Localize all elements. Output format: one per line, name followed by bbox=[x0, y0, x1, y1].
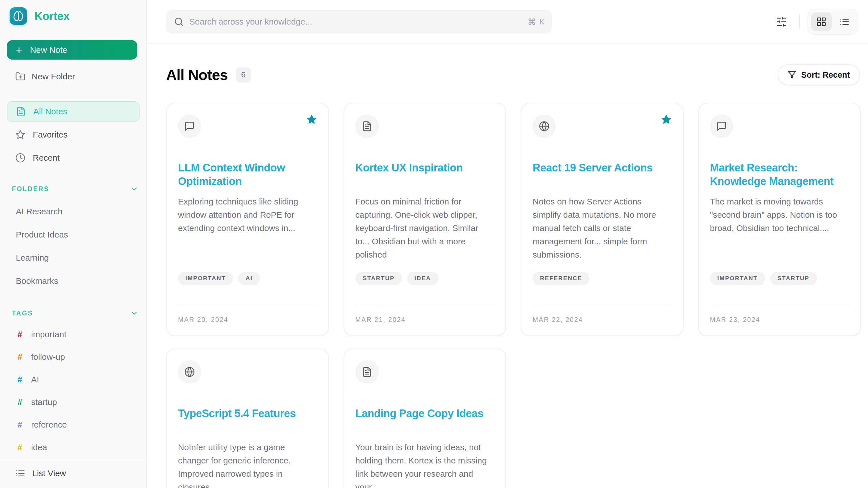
top-header: ⌘ K bbox=[147, 0, 868, 44]
note-title[interactable]: Market Research: Knowledge Management bbox=[710, 161, 849, 188]
sidebar-tag-item[interactable]: # follow-up bbox=[7, 346, 140, 368]
chat-bubble-icon bbox=[716, 121, 727, 132]
funnel-icon bbox=[788, 71, 796, 79]
notes-count-badge: 6 bbox=[236, 67, 251, 83]
globe-icon bbox=[539, 121, 550, 132]
hash-icon: # bbox=[18, 375, 24, 384]
note-title[interactable]: LLM Context Window Optimization bbox=[178, 161, 317, 188]
chat-bubble-icon bbox=[184, 121, 195, 132]
sidebar-item-recent[interactable]: Recent bbox=[7, 148, 140, 168]
file-text-icon bbox=[16, 106, 26, 117]
star-icon bbox=[15, 130, 25, 140]
sort-label: Sort: Recent bbox=[801, 70, 850, 79]
note-tag-pill[interactable]: IMPORTANT bbox=[710, 272, 765, 285]
note-tags-row: REFERENCE bbox=[533, 272, 672, 285]
sidebar-folder-item[interactable]: Product Ideas bbox=[7, 223, 140, 246]
sidebar-item-all-notes[interactable]: All Notes bbox=[7, 101, 140, 122]
sidebar-tag-item[interactable]: # AI bbox=[7, 368, 140, 391]
sidebar-folder-item[interactable]: Bookmarks bbox=[7, 269, 140, 293]
note-card[interactable]: React 19 Server Actions Notes on how Ser… bbox=[521, 103, 683, 336]
sidebar-item-label: All Notes bbox=[33, 107, 67, 116]
grid-icon bbox=[816, 17, 827, 27]
clock-icon bbox=[15, 153, 25, 163]
sidebar-item-label: Favorites bbox=[33, 130, 67, 139]
note-title[interactable]: Kortex UX Inspiration bbox=[355, 161, 494, 188]
list-view-label: List View bbox=[32, 468, 66, 478]
grid-view-button[interactable] bbox=[811, 12, 832, 31]
sidebar-item-favorites[interactable]: Favorites bbox=[7, 124, 140, 145]
sidebar-folder-item[interactable]: AI Research bbox=[7, 200, 140, 223]
note-tag-pill[interactable]: IMPORTANT bbox=[178, 272, 233, 285]
note-date: MAR 22, 2024 bbox=[533, 316, 672, 324]
note-date: MAR 20, 2024 bbox=[178, 316, 317, 324]
new-folder-button[interactable]: New Folder bbox=[7, 68, 140, 85]
sort-button[interactable]: Sort: Recent bbox=[778, 64, 860, 85]
note-tags-row: IMPORTANT STARTUP bbox=[710, 272, 849, 285]
note-tags-row: STARTUP IDEA bbox=[355, 272, 494, 285]
note-card[interactable]: Market Research: Knowledge Management Th… bbox=[698, 103, 861, 336]
plus-icon: + bbox=[16, 44, 22, 55]
document-icon bbox=[362, 366, 372, 377]
folders-list: AI Research Product Ideas Learning Bookm… bbox=[0, 200, 146, 293]
card-divider bbox=[355, 305, 494, 305]
note-title[interactable]: Landing Page Copy Ideas bbox=[355, 407, 494, 434]
app-logo: Kortex bbox=[0, 0, 146, 25]
sidebar-tag-item[interactable]: # startup bbox=[7, 391, 140, 414]
tags-header-label: TAGS bbox=[12, 310, 33, 317]
folder-label: AI Research bbox=[16, 207, 62, 216]
hash-icon: # bbox=[18, 330, 24, 339]
page-title: All Notes bbox=[166, 66, 228, 83]
sidebar-folder-item[interactable]: Learning bbox=[7, 246, 140, 269]
list-icon bbox=[15, 468, 25, 478]
note-card[interactable]: Landing Page Copy Ideas Your brain is fo… bbox=[344, 349, 506, 488]
hash-icon: # bbox=[18, 420, 24, 429]
note-tag-pill[interactable]: AI bbox=[238, 272, 260, 285]
card-divider bbox=[533, 305, 672, 305]
note-tag-pill[interactable]: STARTUP bbox=[355, 272, 402, 285]
sidebar-tag-item[interactable]: # important bbox=[7, 323, 140, 346]
list-view-toggle-button[interactable] bbox=[834, 12, 855, 31]
note-type-icon-circle bbox=[710, 115, 733, 138]
new-note-button[interactable]: + New Note bbox=[7, 40, 137, 60]
note-excerpt: Your brain is for having ideas, not hold… bbox=[355, 441, 494, 488]
note-title[interactable]: TypeScript 5.4 Features bbox=[178, 407, 317, 434]
folders-header-label: FOLDERS bbox=[12, 185, 49, 193]
note-card[interactable]: TypeScript 5.4 Features NoInfer utility … bbox=[166, 349, 329, 488]
app-title: Kortex bbox=[34, 10, 69, 23]
notes-content: All Notes 6 Sort: Recent LLM Context bbox=[147, 44, 868, 488]
sidebar-nav: All Notes Favorites Recent bbox=[0, 101, 146, 168]
sidebar-tag-item[interactable]: # reference bbox=[7, 414, 140, 436]
note-card[interactable]: LLM Context Window Optimization Explorin… bbox=[166, 103, 329, 336]
document-icon bbox=[362, 121, 372, 132]
filter-sliders-button[interactable] bbox=[772, 12, 791, 31]
header-controls bbox=[772, 9, 858, 35]
sidebar-tag-item[interactable]: # idea bbox=[7, 436, 140, 459]
note-title[interactable]: React 19 Server Actions bbox=[533, 161, 672, 188]
notes-grid: LLM Context Window Optimization Explorin… bbox=[166, 103, 861, 488]
search-icon bbox=[174, 17, 184, 27]
content-header: All Notes 6 Sort: Recent bbox=[166, 64, 861, 85]
hash-icon: # bbox=[18, 443, 24, 452]
folders-section-header[interactable]: FOLDERS bbox=[7, 185, 138, 193]
list-view-button[interactable]: List View bbox=[7, 465, 140, 482]
chevron-down-icon bbox=[130, 309, 138, 318]
command-key-icon: ⌘ bbox=[528, 17, 536, 27]
search-input[interactable] bbox=[189, 17, 522, 27]
tags-section-header[interactable]: TAGS bbox=[7, 309, 138, 318]
note-type-icon-circle bbox=[533, 115, 556, 138]
tag-label: startup bbox=[31, 397, 57, 407]
favorite-star-icon[interactable] bbox=[306, 114, 317, 125]
note-tag-pill[interactable]: REFERENCE bbox=[533, 272, 589, 285]
card-divider bbox=[710, 305, 849, 305]
folder-plus-icon bbox=[15, 71, 25, 82]
tag-label: AI bbox=[31, 375, 39, 384]
globe-icon bbox=[184, 366, 195, 377]
search-box[interactable]: ⌘ K bbox=[166, 10, 552, 34]
note-type-icon-circle bbox=[178, 115, 201, 138]
k-key-label: K bbox=[539, 18, 544, 26]
note-tag-pill[interactable]: IDEA bbox=[407, 272, 438, 285]
note-card[interactable]: Kortex UX Inspiration Focus on minimal f… bbox=[344, 103, 506, 336]
favorite-star-icon[interactable] bbox=[661, 114, 672, 125]
note-tags-row: IMPORTANT AI bbox=[178, 272, 317, 285]
note-tag-pill[interactable]: STARTUP bbox=[770, 272, 817, 285]
